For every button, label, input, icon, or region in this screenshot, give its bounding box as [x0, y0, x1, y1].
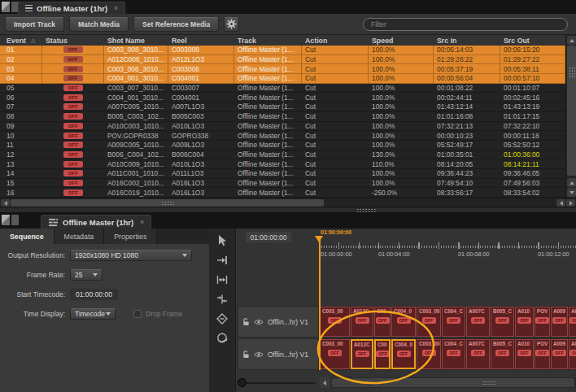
toolbar-button-set-reference-media[interactable]: Set Reference Media — [133, 17, 219, 32]
table-row[interactable]: 04OFFC004_001_3010...C004001Offline Mast… — [0, 74, 565, 84]
select-tool[interactable] — [212, 231, 233, 250]
toolbar-button-import-track[interactable]: Import Track — [5, 17, 64, 32]
panel-tab-properties[interactable]: Properties — [104, 229, 157, 244]
table-row[interactable]: 12OFFB006_C004_102...B006C004Offline Mas… — [0, 150, 565, 160]
timeline-clip[interactable]: C004_0OFF — [391, 339, 416, 369]
razor-tool[interactable] — [212, 309, 233, 328]
timeline-clip[interactable]: B005_COFF — [491, 307, 514, 337]
speed-cell: 100.0% — [369, 169, 434, 178]
horizontal-scrollbar[interactable] — [0, 198, 576, 207]
table-row[interactable]: 09OFFA010C003_1010...A010L1O3Offline Mas… — [0, 122, 565, 132]
timeline-clip[interactable]: B005_COFF — [491, 339, 514, 369]
timeline-clip[interactable]: A010OFF — [515, 307, 534, 337]
table-row[interactable]: 05OFFC003_007_3010...C003007Offline Mast… — [0, 84, 565, 94]
filter-input[interactable] — [363, 18, 568, 31]
timeline-horizontal-scrollbar[interactable] — [331, 377, 576, 388]
column-header-src-out[interactable]: Src Out — [500, 37, 565, 45]
table-row[interactable]: 10OFFPOV.GOPR0338GOPRO338Offline Master … — [0, 131, 565, 141]
column-header-track[interactable]: Track — [234, 37, 302, 45]
pan-zoom-globe-tool[interactable] — [212, 329, 233, 347]
options-gear-button[interactable] — [224, 17, 239, 32]
timeline-clip[interactable]: C00OFF — [374, 307, 391, 337]
lock-icon[interactable] — [242, 351, 250, 359]
workspace-switcher-icon-bottom[interactable] — [2, 215, 19, 225]
vertical-scroll-thumb[interactable] — [567, 46, 576, 176]
column-header-reel[interactable]: Reel — [168, 37, 234, 45]
table-row[interactable]: 02OFFA012C006_1010...A012L1O3Offline Mas… — [0, 55, 565, 65]
start-timecode-field[interactable]: 01:00:00:00 — [70, 289, 118, 300]
action-cell: Cut — [302, 102, 369, 111]
output-resolution-dropdown[interactable]: 1920x1080 HD 1080 — [70, 250, 192, 261]
pane-splitter[interactable] — [0, 207, 576, 213]
timeline-clip[interactable]: A010OFF — [515, 339, 534, 369]
toolbar-button-match-media[interactable]: Match Media — [69, 17, 129, 32]
timeline-clip[interactable]: C003_00OFF — [320, 307, 350, 337]
table-row[interactable]: 07OFFA007C005_1010...A007L1O3Offline Mas… — [0, 102, 565, 112]
table-row[interactable]: 08OFFB005_C003_102...B005C003Offline Mas… — [0, 112, 565, 122]
eye-icon[interactable] — [254, 319, 264, 325]
timeline-clip[interactable]: C004_COFF — [442, 307, 465, 337]
tab-offline-master-bottom[interactable]: Offline Master (1hr) × — [41, 215, 151, 229]
time-display-dropdown[interactable]: Timecode — [70, 308, 116, 320]
table-row[interactable]: 13OFFA010C009_1010...A010L1O3Offline Mas… — [0, 159, 565, 169]
column-header-speed[interactable]: Speed — [369, 37, 434, 45]
table-row[interactable]: 16OFFA016C019_1010...A016L1O3Offline Mas… — [0, 188, 565, 198]
timeline-clip[interactable]: A007COFF — [466, 339, 490, 369]
panel-tab-metadata[interactable]: Metadata — [55, 229, 105, 244]
column-header-event[interactable]: Event△ — [0, 37, 42, 45]
timeline-clip[interactable]: C003_00OFF — [417, 339, 441, 369]
timeline-clip[interactable]: A0OFF — [569, 307, 576, 337]
menu-icon[interactable] — [25, 5, 33, 12]
table-row[interactable]: 15OFFA016C002_1010...A016L1O3Offline Mas… — [0, 179, 565, 189]
timeline-clip[interactable]: C003_00OFF — [320, 339, 350, 369]
trim-tool[interactable] — [212, 270, 233, 289]
timeline-clip[interactable]: POVOFF — [535, 339, 550, 369]
vertical-scrollbar[interactable] — [565, 35, 576, 198]
timeline-clip[interactable]: A009OFF — [551, 307, 568, 337]
scroll-left-button-right[interactable] — [556, 199, 565, 207]
close-icon[interactable]: × — [114, 4, 118, 12]
scroll-right-button[interactable] — [566, 199, 575, 207]
timeline-clip[interactable]: A007COFF — [466, 307, 490, 337]
scroll-left-button[interactable] — [1, 199, 10, 207]
lock-icon[interactable] — [242, 318, 250, 326]
timeline-zoom-slider[interactable] — [244, 382, 316, 384]
timeline-scroll-thumb[interactable] — [332, 378, 574, 387]
timeline-clip[interactable]: C004_0OFF — [391, 307, 416, 337]
scroll-up-button[interactable] — [567, 36, 576, 45]
column-header-action[interactable]: Action — [302, 37, 369, 45]
timeline-clip[interactable]: POVOFF — [535, 307, 550, 337]
slip-slide-tool[interactable] — [212, 290, 233, 308]
horizontal-scroll-thumb[interactable] — [11, 199, 324, 207]
scroll-up-button-bottom[interactable] — [567, 178, 576, 187]
timeline-clip[interactable]: C00OFF — [374, 339, 391, 369]
scroll-down-button[interactable] — [567, 188, 576, 197]
ruler-label: 01:00:00:00 — [321, 250, 352, 258]
sort-indicator-icon: △ — [31, 37, 35, 44]
timeline-clip[interactable]: A012COFF — [351, 307, 373, 337]
eye-icon[interactable] — [254, 351, 264, 358]
table-row[interactable]: 06OFFC004_001_3010...C004001Offline Mast… — [0, 93, 565, 102]
frame-rate-dropdown[interactable]: 25 — [70, 269, 103, 281]
table-row[interactable]: 11OFFA009C005_1010...A009L1O3Offline Mas… — [0, 141, 565, 150]
table-row[interactable]: 14OFFA011C001_1010...A011L1O3Offline Mas… — [0, 169, 565, 179]
timeline-clip[interactable]: A012COFF — [351, 339, 373, 369]
timeline-clip[interactable]: A009OFF — [551, 339, 568, 369]
panel-tab-sequence[interactable]: Sequence — [0, 229, 55, 244]
timeline-clip[interactable]: C003_00OFF — [417, 307, 441, 337]
extend-edit-tool[interactable] — [212, 250, 233, 269]
table-row[interactable]: 03OFFC003_006_3010...C003006Offline Mast… — [0, 64, 565, 74]
column-header-status[interactable]: Status — [42, 37, 104, 45]
column-header-src-in[interactable]: Src In — [434, 37, 500, 45]
timeline-scroll-left-button[interactable] — [320, 377, 329, 388]
table-row[interactable]: 01OFFC003_008_3010...C003008Offline Mast… — [0, 46, 565, 55]
close-icon[interactable]: × — [140, 218, 144, 226]
workspace-switcher-icon[interactable] — [2, 2, 19, 12]
timeline-clip[interactable]: C004_COFF — [442, 339, 465, 369]
event-cell: 11 — [0, 141, 42, 150]
column-header-shot-name[interactable]: Shot Name — [104, 37, 168, 45]
timeline-clip[interactable]: A0OFF — [569, 339, 576, 369]
drop-frame-checkbox[interactable] — [133, 310, 142, 318]
tab-offline-master-top[interactable]: Offline Master (1hr) × — [18, 2, 125, 14]
timeline-zoom-knob[interactable] — [238, 378, 247, 387]
